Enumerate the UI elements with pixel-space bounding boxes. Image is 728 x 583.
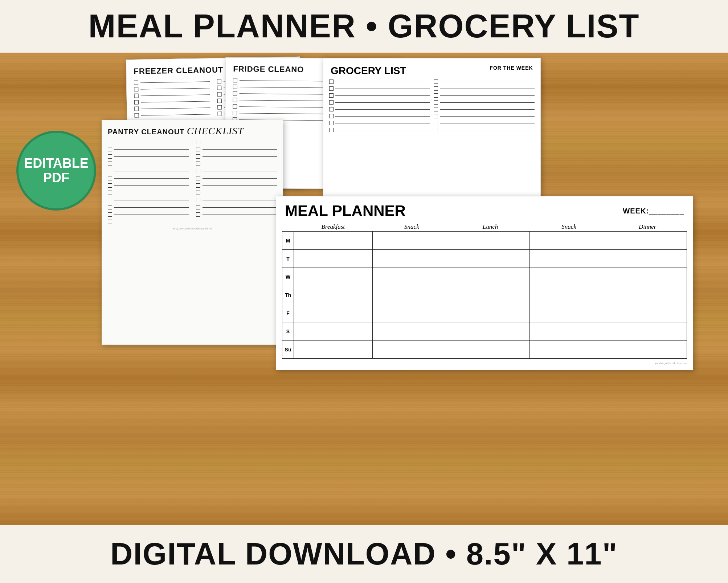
meal-tuesday-snack1 <box>372 250 451 268</box>
checkbox <box>196 198 200 202</box>
week-underline <box>490 72 533 72</box>
grocery-line <box>335 89 430 89</box>
grocery-line <box>440 109 535 110</box>
check-row <box>108 162 189 166</box>
check-row <box>134 112 210 118</box>
checkbox <box>108 140 112 144</box>
check-line <box>114 156 189 157</box>
meal-saturday-lunch <box>451 322 530 341</box>
grocery-row <box>434 128 535 132</box>
grocery-row <box>434 93 535 98</box>
main-title: MEAL PLANNER • GROCERY LIST <box>89 8 640 45</box>
check-row <box>108 140 189 144</box>
checkbox <box>434 121 438 125</box>
fridge-title: FRIDGE CLEANO <box>233 64 304 74</box>
checkbox <box>134 107 139 111</box>
wood-background: MEAL PLANNER • GROCERY LIST DIGITAL DOWN… <box>0 0 728 583</box>
checkbox <box>217 99 222 103</box>
checkbox <box>134 81 138 85</box>
grocery-line <box>335 130 430 130</box>
week-label: WEEK:________ <box>623 207 684 215</box>
checkbox <box>108 162 112 166</box>
check-row <box>134 99 210 105</box>
grocery-title: GROCERY LIST <box>331 65 406 77</box>
meal-friday-lunch <box>451 304 530 322</box>
meal-wednesday-breakfast <box>294 268 373 286</box>
grocery-line <box>440 89 535 89</box>
check-row <box>108 176 189 180</box>
meal-friday-dinner <box>608 304 687 322</box>
check-line <box>141 94 210 96</box>
checkbox <box>233 91 237 95</box>
col-lunch: Lunch <box>451 223 530 232</box>
meal-friday-snack2 <box>529 304 608 322</box>
check-line <box>114 164 189 164</box>
checkbox <box>434 100 438 105</box>
checkbox <box>233 104 237 109</box>
badge-text-line1: EDITABLE <box>24 156 88 171</box>
checkbox <box>233 98 237 102</box>
pantry-col-2 <box>196 140 277 225</box>
check-row <box>134 86 210 91</box>
check-row <box>196 212 277 217</box>
check-line <box>114 215 189 215</box>
grocery-line <box>335 102 430 103</box>
checkbox <box>217 112 222 116</box>
meal-tuesday-snack2 <box>529 250 608 268</box>
meal-row-monday: M <box>282 232 687 250</box>
check-line <box>203 193 277 193</box>
checkbox <box>217 86 221 90</box>
meal-grid-header-row: Breakfast Snack Lunch Snack Dinner <box>282 223 687 232</box>
meal-grid-table: Breakfast Snack Lunch Snack Dinner M <box>282 223 687 359</box>
check-row <box>196 169 277 173</box>
meal-planner-card: MEAL PLANNER WEEK:________ Breakfast Sna… <box>276 196 693 370</box>
check-row <box>196 176 277 180</box>
check-line <box>203 164 277 164</box>
checkbox <box>329 121 334 125</box>
check-line <box>141 107 210 109</box>
footer-title: DIGITAL DOWNLOAD • 8.5" X 11" <box>110 536 618 572</box>
checkbox <box>217 79 221 83</box>
meal-friday-snack1 <box>372 304 451 322</box>
checkbox <box>329 114 334 118</box>
meal-wednesday-snack1 <box>372 268 451 286</box>
grocery-row <box>329 107 430 111</box>
checkbox <box>233 78 237 82</box>
meal-sunday-snack1 <box>372 341 451 359</box>
grocery-card: GROCERY LIST FOR THE WEEK <box>323 58 541 211</box>
grocery-row <box>329 93 430 98</box>
cards-container: FREEZER CLEANOUT checklist <box>102 58 717 523</box>
col-snack-2: Snack <box>529 223 608 232</box>
checkbox <box>108 198 112 202</box>
checkbox <box>134 94 139 98</box>
check-line <box>114 193 189 193</box>
checkbox <box>196 169 200 173</box>
grocery-row <box>434 107 535 111</box>
meal-etsy-credit: yourfrugalfriend.etsy.com <box>276 360 693 365</box>
checkbox <box>108 205 112 209</box>
check-row <box>134 92 210 98</box>
checkbox <box>134 100 139 105</box>
check-line <box>203 186 277 186</box>
grocery-header: GROCERY LIST FOR THE WEEK <box>323 58 540 80</box>
check-line <box>114 222 189 222</box>
checkbox <box>434 93 438 98</box>
check-line <box>203 142 277 142</box>
meal-sunday-dinner <box>608 341 687 359</box>
checkbox <box>434 86 438 91</box>
check-line <box>114 149 189 150</box>
grocery-row <box>434 121 535 125</box>
pantry-card: PANTRY CLEANOUT checklist <box>102 120 283 345</box>
grocery-checklist <box>323 80 540 132</box>
grocery-line <box>440 82 535 82</box>
meal-row-sunday: Su <box>282 341 687 359</box>
grocery-line <box>440 102 535 103</box>
grocery-line <box>335 116 430 117</box>
grocery-row <box>329 114 430 118</box>
grocery-col-1 <box>329 80 430 132</box>
check-row <box>196 154 277 159</box>
checkbox <box>233 111 237 115</box>
check-line <box>114 142 189 142</box>
checkbox <box>108 220 112 224</box>
checkbox <box>196 162 200 166</box>
